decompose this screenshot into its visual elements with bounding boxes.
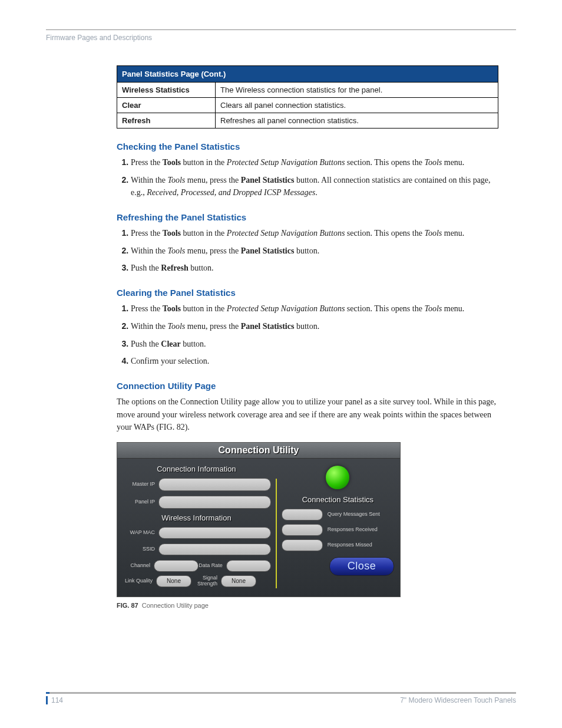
data-rate-label: Data Rate [199, 563, 226, 569]
signal-strength-label: Signal Strength [191, 575, 221, 587]
signal-strength-value: None [221, 575, 256, 587]
responses-received-field [282, 524, 323, 536]
section-heading-conn-util: Connection Utility Page [117, 381, 498, 391]
query-messages-label: Query Messages Sent [328, 512, 380, 518]
responses-received-label: Responses Received [328, 527, 378, 533]
panel-divider [276, 479, 277, 588]
panel-ip-label: Panel IP [122, 499, 158, 505]
channel-label: Channel [122, 563, 154, 569]
section-heading-clearing: Clearing the Panel Statistics [117, 288, 498, 298]
ssid-field[interactable] [158, 543, 271, 555]
responses-missed-field [282, 539, 323, 551]
table-key: Clear [117, 98, 216, 113]
step: Within the Tools menu, press the Panel S… [131, 245, 498, 258]
wap-mac-field[interactable] [158, 527, 271, 539]
connection-stats-heading: Connection Statistics [282, 495, 394, 504]
connection-utility-panel: Connection Utility Connection Informatio… [117, 442, 401, 597]
conn-util-paragraph: The options on the Connection Utility pa… [117, 396, 498, 434]
panel-stats-table: Panel Statistics Page (Cont.) Wireless S… [117, 65, 498, 129]
link-quality-label: Link Quality [122, 578, 156, 584]
table-row: Refresh Refreshes all panel connection s… [117, 113, 498, 129]
panel-title: Connection Utility [117, 443, 400, 459]
step: Press the Tools button in the Protected … [131, 227, 498, 240]
step: Within the Tools menu, press the Panel S… [131, 320, 498, 333]
master-ip-label: Master IP [122, 482, 158, 487]
step: Within the Tools menu, press the Panel S… [131, 174, 498, 199]
step: Push the Clear button. [131, 338, 498, 351]
table-val: The Wireless connection statistics for t… [216, 83, 498, 98]
table-val: Clears all panel connection statistics. [216, 98, 498, 113]
link-quality-value: None [156, 575, 191, 587]
figure-caption: FIG. 87 Connection Utility page [117, 602, 498, 609]
footer-title: 7" Modero Widescreen Touch Panels [400, 696, 516, 704]
figure-text: Connection Utility page [142, 602, 209, 609]
section-heading-checking: Checking the Panel Statistics [117, 141, 498, 151]
ssid-label: SSID [122, 546, 158, 552]
table-val: Refreshes all panel connection statistic… [216, 113, 498, 129]
step: Press the Tools button in the Protected … [131, 156, 498, 169]
page-footer: 114 7" Modero Widescreen Touch Panels [46, 692, 516, 704]
figure-number: FIG. 87 [117, 602, 138, 609]
table-key: Wireless Statistics [117, 83, 216, 98]
connection-info-heading: Connection Information [122, 465, 271, 473]
page-number: 114 [46, 696, 63, 704]
step: Confirm your selection. [131, 355, 498, 368]
channel-field[interactable] [154, 560, 199, 572]
table-row: Clear Clears all panel connection statis… [117, 98, 498, 113]
table-key: Refresh [117, 113, 216, 129]
close-button[interactable]: Close [329, 557, 394, 576]
status-indicator-icon [326, 466, 349, 489]
data-rate-field[interactable] [226, 560, 271, 572]
step: Push the Refresh button. [131, 262, 498, 275]
wap-mac-label: WAP MAC [122, 530, 158, 536]
breadcrumb: Firmware Pages and Descriptions [46, 34, 516, 42]
table-title: Panel Statistics Page (Cont.) [117, 66, 498, 83]
panel-ip-field[interactable] [158, 496, 271, 509]
master-ip-field[interactable] [158, 478, 271, 491]
wireless-info-heading: Wireless Information [122, 513, 271, 522]
table-row: Wireless Statistics The Wireless connect… [117, 83, 498, 98]
step: Press the Tools button in the Protected … [131, 302, 498, 315]
section-heading-refreshing: Refreshing the Panel Statistics [117, 212, 498, 222]
responses-missed-label: Responses Missed [328, 542, 372, 548]
query-messages-field [282, 509, 323, 521]
